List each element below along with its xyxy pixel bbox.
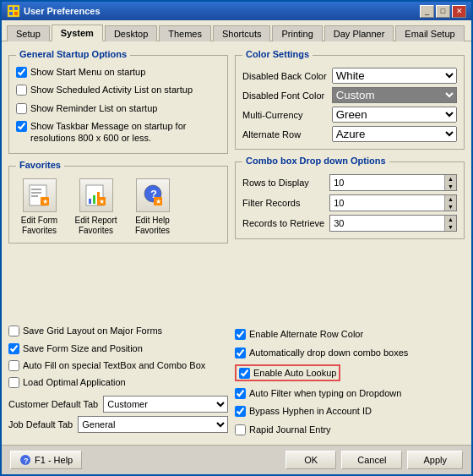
svg-rect-13: [93, 195, 95, 204]
tab-shortcuts[interactable]: Shortcuts: [213, 25, 270, 41]
filter-records-input[interactable]: [330, 195, 444, 211]
footer: ? F1 - Help OK Cancel Apply: [2, 445, 471, 474]
combo-options-grid: Rows to Display ▲ ▼ Filter Records: [242, 174, 457, 232]
job-tab-select[interactable]: General Details: [78, 416, 228, 433]
br-checkbox-5[interactable]: [235, 406, 246, 417]
tab-system[interactable]: System: [52, 25, 103, 41]
disabled-back-label: Disabled Back Color: [242, 71, 327, 81]
tab-printing[interactable]: Printing: [272, 25, 322, 41]
rows-display-up[interactable]: ▲: [444, 175, 456, 183]
svg-rect-4: [14, 12, 18, 15]
svg-rect-1: [9, 7, 13, 10]
help-button[interactable]: ? F1 - Help: [10, 451, 82, 469]
rows-display-down[interactable]: ▼: [444, 183, 456, 190]
content-area: General Startup Options Show Start Menu …: [2, 41, 471, 445]
rows-display-input[interactable]: [330, 175, 444, 190]
startup-checkbox-1[interactable]: [16, 67, 27, 78]
filter-records-spinbtns: ▲ ▼: [444, 195, 456, 211]
tab-desktop[interactable]: Desktop: [105, 25, 157, 41]
disabled-font-select[interactable]: Custom Black: [332, 87, 457, 103]
color-settings-title: Color Settings: [242, 49, 313, 59]
alternate-row-label: Alternate Row: [242, 129, 327, 140]
fav-help-label: Edit Help Favorites: [129, 216, 176, 236]
br-checkbox-4[interactable]: [235, 388, 246, 399]
main-area: General Startup Options Show Start Menu …: [8, 48, 465, 320]
filter-records-up[interactable]: ▲: [444, 195, 456, 203]
title-bar-left: User Preferences: [7, 4, 101, 18]
tab-emailsetup[interactable]: Email Setup: [395, 25, 464, 41]
bl-checkbox-2[interactable]: [8, 343, 19, 354]
alternate-row-select[interactable]: Azure White: [332, 126, 457, 142]
br-option-2: Automatically drop down combo boxes: [235, 347, 465, 358]
br-checkbox-3[interactable]: [239, 368, 250, 379]
apply-button[interactable]: Apply: [407, 451, 463, 469]
multi-currency-select[interactable]: Green Blue: [332, 107, 457, 123]
ok-button[interactable]: OK: [285, 451, 336, 469]
help-icon: ?: [19, 454, 31, 466]
svg-text:★: ★: [42, 198, 48, 205]
filter-records-down[interactable]: ▼: [444, 203, 456, 211]
bl-checkbox-1[interactable]: [8, 326, 19, 336]
br-checkbox-2[interactable]: [235, 347, 246, 358]
cancel-button[interactable]: Cancel: [341, 451, 402, 469]
customer-tab-select[interactable]: Customer General: [103, 396, 228, 413]
br-label-4: Auto Filter when typing on Dropdown: [249, 387, 401, 399]
filter-records-label: Filter Records: [242, 198, 324, 208]
br-checkbox-1[interactable]: [235, 329, 246, 340]
records-retrieve-label: Records to Retrieve: [242, 218, 324, 228]
auto-lookup-highlight: Enable Auto Lookup: [235, 364, 340, 381]
br-option-5: Bypass Hyphen in Account ID: [235, 405, 465, 417]
tabs-bar: Setup System Desktop Themes Shortcuts Pr…: [2, 20, 471, 41]
bl-checkbox-4[interactable]: [8, 377, 19, 388]
rows-display-label: Rows to Display: [242, 178, 324, 188]
startup-checkbox-2[interactable]: [16, 85, 27, 96]
records-retrieve-down[interactable]: ▼: [444, 223, 456, 231]
startup-checkbox-4[interactable]: [16, 121, 27, 132]
svg-rect-3: [9, 12, 13, 15]
app-icon: [7, 4, 20, 18]
records-retrieve-input[interactable]: [330, 216, 444, 231]
br-checkbox-6[interactable]: [235, 424, 246, 435]
startup-checkbox-3[interactable]: [16, 103, 27, 114]
svg-text:?: ?: [24, 457, 29, 465]
bl-option-1: Save Grid Layout on Major Forms: [8, 325, 228, 336]
favorites-group: Favorites ★: [8, 166, 228, 243]
tab-dayplanner[interactable]: Day Planner: [324, 25, 394, 41]
bl-label-4: Load Optimal Application: [23, 376, 126, 388]
color-settings-group: Color Settings Disabled Back Color White…: [235, 55, 465, 150]
fav-report[interactable]: ★ Edit Report Favorites: [73, 178, 119, 236]
right-column: Color Settings Disabled Back Color White…: [235, 48, 465, 320]
multi-currency-label: Multi-Currency: [242, 110, 327, 120]
startup-label-3: Show Reminder List on startup: [30, 102, 157, 114]
combo-options-group: Combo box Drop down Options Rows to Disp…: [235, 161, 465, 239]
main-window: User Preferences _ □ ✕ Setup System Desk…: [0, 0, 473, 476]
br-option-3: Enable Auto Lookup: [235, 364, 465, 381]
startup-option-3: Show Reminder List on startup: [16, 102, 220, 114]
minimize-button[interactable]: _: [420, 5, 434, 18]
records-retrieve-up[interactable]: ▲: [444, 216, 456, 223]
svg-rect-8: [31, 195, 38, 197]
rows-display-spinbtns: ▲ ▼: [444, 175, 456, 190]
favorites-title: Favorites: [16, 160, 64, 170]
records-retrieve-spinbtns: ▲ ▼: [444, 216, 456, 231]
maximize-button[interactable]: □: [436, 5, 450, 18]
tab-setup[interactable]: Setup: [7, 25, 50, 41]
bl-label-3: Auto Fill on special TextBox and Combo B…: [23, 359, 205, 371]
bl-label-2: Save Form Size and Position: [23, 342, 143, 354]
br-label-1: Enable Alternate Row Color: [249, 328, 363, 340]
bl-label-1: Save Grid Layout on Major Forms: [23, 325, 162, 336]
br-label-2: Automatically drop down combo boxes: [249, 347, 408, 358]
fav-form[interactable]: ★ Edit Form Favorites: [16, 178, 63, 236]
rows-display-spinner: ▲ ▼: [329, 174, 457, 191]
footer-left: ? F1 - Help: [10, 451, 82, 469]
fav-help[interactable]: ? ★ Edit Help Favorites: [129, 178, 176, 236]
startup-option-2: Show Scheduled Activity List on startup: [16, 84, 220, 96]
bl-checkbox-3[interactable]: [8, 360, 19, 371]
close-button[interactable]: ✕: [452, 5, 466, 18]
bl-option-4: Load Optimal Application: [8, 376, 228, 388]
footer-right: OK Cancel Apply: [285, 451, 463, 469]
svg-rect-2: [14, 7, 18, 10]
disabled-back-select[interactable]: White Silver: [332, 68, 457, 84]
tab-themes[interactable]: Themes: [159, 25, 211, 41]
bl-option-2: Save Form Size and Position: [8, 342, 228, 354]
